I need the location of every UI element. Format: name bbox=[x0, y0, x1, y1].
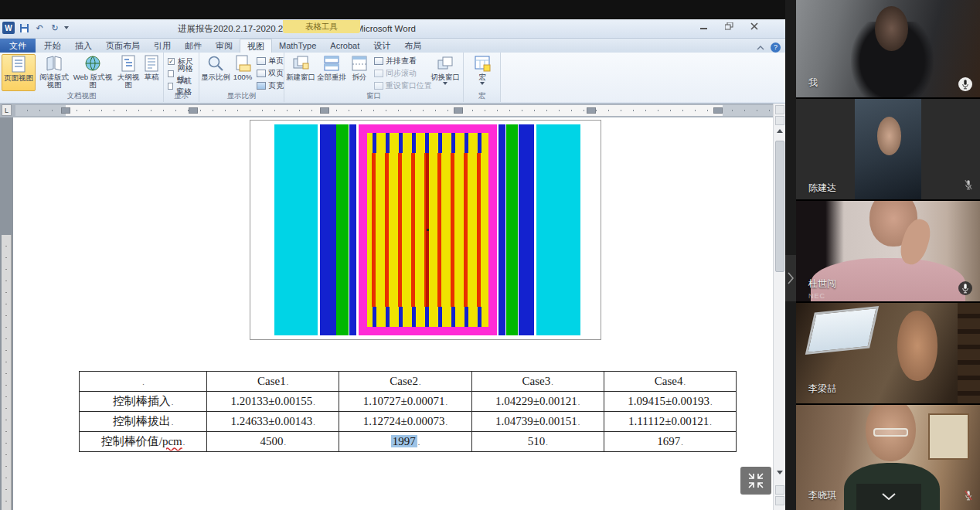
horizontal-ruler[interactable] bbox=[15, 105, 773, 116]
zoom-100-button[interactable]: 100% bbox=[230, 54, 255, 91]
synchronous-scrolling-button: 同步滚动 bbox=[374, 68, 432, 79]
figure-reflector-band-left bbox=[336, 124, 349, 335]
undo-icon[interactable]: ↶ bbox=[33, 22, 46, 34]
participant-tile[interactable]: 杜世闯 NEC bbox=[796, 201, 980, 301]
nav-pane-checkbox-box[interactable] bbox=[168, 83, 173, 90]
tab-review[interactable]: 审阅 bbox=[209, 39, 240, 53]
tab-page-layout[interactable]: 页面布局 bbox=[99, 39, 147, 53]
participant-tile[interactable]: 李晓琪 bbox=[796, 405, 980, 510]
view-side-by-side-button[interactable]: 并排查看 bbox=[374, 56, 432, 66]
table-column-marker[interactable] bbox=[61, 107, 70, 114]
table-row: 控制棒插入 1.20133±0.00155 1.10727±0.00071 1.… bbox=[80, 392, 737, 412]
save-icon[interactable] bbox=[18, 22, 30, 34]
nav-pane-checkbox[interactable]: 导航窗格 bbox=[168, 81, 199, 91]
mic-on-icon[interactable] bbox=[958, 281, 972, 295]
participant-tile[interactable]: 陈建达 bbox=[796, 99, 980, 199]
scrollbar-thumb[interactable] bbox=[775, 141, 784, 272]
arrange-all-icon bbox=[322, 54, 341, 73]
table-column-marker[interactable] bbox=[587, 107, 596, 114]
row-label-inserted: 控制棒插入 bbox=[80, 392, 207, 412]
previous-page-button[interactable] bbox=[775, 485, 784, 495]
restore-button[interactable] bbox=[725, 22, 733, 30]
split-button[interactable]: 拆分 bbox=[348, 54, 371, 91]
participant-name: 李晓琪 bbox=[808, 489, 836, 502]
mic-on-icon[interactable] bbox=[958, 77, 972, 91]
two-pages-button[interactable]: 双页 bbox=[257, 68, 284, 79]
figure-core-shroud bbox=[359, 124, 497, 335]
tab-insert[interactable]: 插入 bbox=[68, 39, 99, 53]
results-table[interactable]: Case1 Case2 Case3 Case4 控制棒插入 1.20133±0.… bbox=[79, 371, 737, 452]
table-column-marker[interactable] bbox=[713, 107, 723, 114]
qat-dropdown-icon[interactable] bbox=[64, 26, 69, 29]
ruler-toggle-button[interactable] bbox=[775, 105, 784, 114]
full-screen-reading-button[interactable]: 阅读版式 视图 bbox=[37, 54, 71, 91]
tab-table-layout[interactable]: 布局 bbox=[397, 39, 428, 53]
table-header-empty bbox=[80, 372, 207, 392]
figure-inner-band-left bbox=[349, 124, 356, 335]
one-page-button[interactable]: 单页 bbox=[257, 56, 284, 66]
new-window-button[interactable]: 新建窗口 bbox=[286, 54, 315, 91]
page-width-button[interactable]: 页宽 bbox=[257, 80, 284, 91]
document-area: Case1 Case2 Case3 Case4 控制棒插入 1.20133±0.… bbox=[0, 117, 785, 510]
web-layout-button[interactable]: Web 版式视图 bbox=[73, 54, 113, 91]
zoom-100-icon bbox=[233, 54, 252, 73]
tab-references[interactable]: 引用 bbox=[147, 39, 178, 53]
zoom-button[interactable]: 显示比例 bbox=[201, 54, 230, 91]
group-label-macros: 宏 bbox=[464, 91, 500, 101]
close-button[interactable] bbox=[750, 22, 758, 30]
sidebar-expand-handle[interactable] bbox=[785, 255, 796, 301]
redo-icon[interactable]: ↻ bbox=[49, 22, 61, 34]
word-app-icon[interactable]: W bbox=[2, 22, 15, 34]
shared-screen-region: W ↶ ↻ 进展报告2020.2.17-2020.2.23_李梁喆.docx -… bbox=[0, 0, 785, 510]
table-column-marker[interactable] bbox=[189, 107, 198, 114]
mic-muted-icon[interactable] bbox=[965, 490, 972, 504]
vertical-scrollbar[interactable] bbox=[773, 104, 785, 510]
tab-mailings[interactable]: 邮件 bbox=[178, 39, 209, 53]
document-page[interactable]: Case1 Case2 Case3 Case4 控制棒插入 1.20133±0.… bbox=[13, 117, 773, 510]
participants-sidebar: 我 陈建达 杜世闯 NEC 李梁喆 bbox=[796, 0, 980, 510]
collapse-participants-button[interactable] bbox=[856, 484, 921, 510]
magnifier-icon bbox=[206, 54, 225, 73]
table-column-marker[interactable] bbox=[454, 107, 463, 114]
participant-video bbox=[873, 428, 908, 437]
vertical-ruler[interactable] bbox=[2, 235, 12, 510]
table-row: 控制棒拔出 1.24633±0.00143 1.12724±0.00073 1.… bbox=[80, 412, 737, 432]
switch-windows-icon bbox=[436, 54, 454, 73]
help-icon[interactable]: ? bbox=[771, 42, 781, 53]
print-layout-button[interactable]: 页面视图 bbox=[2, 54, 36, 91]
macros-button[interactable]: 宏 bbox=[468, 54, 496, 91]
scroll-down-arrow[interactable] bbox=[774, 468, 786, 477]
mic-muted-icon[interactable] bbox=[965, 179, 972, 193]
group-document-views: 页面视图 阅读版式 视图 Web 版式视图 大纲视图 草稿 bbox=[0, 53, 164, 102]
tab-view[interactable]: 视图 bbox=[240, 39, 272, 53]
outline-view-button[interactable]: 大纲视图 bbox=[114, 54, 142, 91]
table-header-case1: Case1 bbox=[207, 372, 339, 392]
arrange-all-button[interactable]: 全部重排 bbox=[317, 54, 346, 91]
scroll-small-button[interactable] bbox=[775, 116, 784, 125]
participant-name: 李梁喆 bbox=[808, 382, 836, 396]
participant-video bbox=[875, 6, 908, 51]
next-page-button[interactable] bbox=[775, 496, 784, 505]
participant-name: 陈建达 bbox=[808, 182, 836, 195]
minimize-button[interactable] bbox=[700, 22, 708, 30]
side-by-side-icon bbox=[374, 57, 383, 65]
word-titlebar[interactable]: W ↶ ↻ 进展报告2020.2.17-2020.2.23_李梁喆.docx -… bbox=[0, 19, 785, 39]
page-width-icon bbox=[257, 82, 266, 90]
participant-tile[interactable]: 李梁喆 bbox=[796, 303, 980, 403]
group-label-window: 窗口 bbox=[284, 91, 463, 101]
reactor-core-figure[interactable] bbox=[250, 120, 601, 340]
tab-acrobat[interactable]: Acrobat bbox=[323, 39, 366, 53]
tab-stop-selector[interactable]: L bbox=[2, 104, 12, 116]
tab-home[interactable]: 开始 bbox=[37, 39, 68, 53]
tab-file[interactable]: 文件 bbox=[0, 39, 36, 53]
ruler-checkbox-box[interactable]: ✓ bbox=[168, 58, 175, 65]
tab-design[interactable]: 设计 bbox=[366, 39, 397, 53]
scroll-up-arrow[interactable] bbox=[774, 127, 786, 135]
participant-tile-self[interactable]: 我 bbox=[796, 0, 980, 97]
table-column-marker[interactable] bbox=[320, 107, 329, 114]
draft-view-button[interactable]: 草稿 bbox=[141, 54, 162, 91]
tab-mathtype[interactable]: MathType bbox=[272, 39, 323, 53]
gridlines-checkbox-box[interactable] bbox=[168, 70, 174, 77]
exit-fullscreen-button[interactable] bbox=[740, 467, 771, 495]
switch-windows-button[interactable]: 切换窗口 bbox=[428, 54, 462, 91]
